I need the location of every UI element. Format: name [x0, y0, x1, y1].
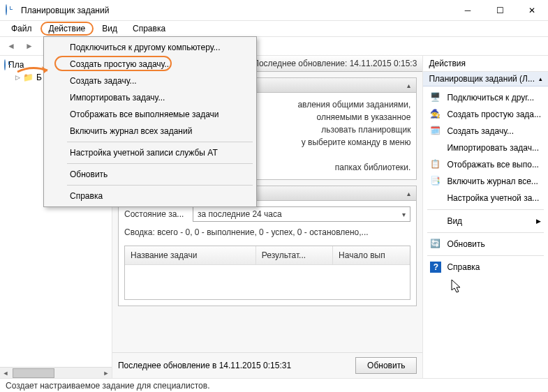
chevron-right-icon: ▶ — [536, 218, 541, 225]
action-view[interactable]: Вид▶ — [426, 213, 545, 229]
actions-title: Действия — [423, 56, 548, 72]
col-start[interactable]: Начало вып — [333, 246, 410, 264]
scroll-right-icon[interactable]: ► — [101, 368, 112, 379]
blank-icon — [430, 193, 441, 204]
time-range-combo[interactable]: за последние 24 часа — [193, 206, 410, 222]
menu-connect[interactable]: Подключиться к другому компьютеру... — [46, 39, 254, 56]
app-icon — [6, 5, 17, 16]
center-header-text: (Последнее обновление: 14.11.2015 0:15:3 — [250, 59, 417, 68]
tree-scrollbar[interactable]: ◄ ► — [0, 367, 112, 378]
minimize-button[interactable]: ─ — [452, 0, 484, 21]
menu-action[interactable]: Действие — [40, 22, 94, 36]
actions-pane: Действия Планировщик заданий (Л... ▴ 🖥️П… — [422, 56, 548, 378]
statusbar: Создает настраиваемое задание для специа… — [0, 378, 548, 392]
maximize-button[interactable]: ☐ — [484, 0, 516, 21]
menu-show-running[interactable]: Отображать все выполняемые задачи — [46, 106, 254, 123]
back-button[interactable]: ◄ — [4, 39, 18, 53]
action-show-running[interactable]: 📋Отображать все выпо... — [426, 156, 545, 173]
menu-enable-log[interactable]: Включить журнал всех заданий — [46, 123, 254, 140]
wizard-icon: 🧙 — [430, 109, 441, 120]
status-text: Создает настраиваемое задание для специа… — [6, 381, 210, 391]
menu-file[interactable]: Файл — [4, 22, 39, 35]
close-button[interactable]: ✕ — [516, 0, 548, 21]
menu-help[interactable]: Справка — [46, 188, 254, 204]
scroll-left-icon[interactable]: ◄ — [0, 368, 11, 379]
menu-at-config[interactable]: Настройка учетной записи службы AT — [46, 144, 254, 161]
task-list[interactable]: Название задачи Результат... Начало вып — [124, 246, 410, 300]
state-label: Состояние за... — [124, 208, 187, 220]
highlight-arrow-icon — [14, 61, 56, 82]
menu-import[interactable]: Импортировать задачу... — [46, 89, 254, 106]
task-icon: 🗓️ — [430, 126, 441, 137]
scroll-thumb[interactable] — [13, 368, 54, 378]
action-enable-log[interactable]: 📑Включить журнал все... — [426, 173, 545, 190]
actions-subtitle[interactable]: Планировщик заданий (Л... ▴ — [423, 72, 548, 86]
forward-button[interactable]: ► — [22, 39, 36, 53]
summary-text: Сводка: всего - 0, 0 - выполнение, 0 - у… — [124, 226, 410, 239]
collapse-icon[interactable]: ▴ — [407, 82, 410, 89]
last-update-text: Последнее обновление в 14.11.2015 0:15:3… — [118, 361, 350, 370]
clock-icon — [4, 60, 6, 70]
menu-refresh[interactable]: Обновить — [46, 166, 254, 183]
menu-create[interactable]: Создать задачу... — [46, 73, 254, 89]
titlebar: Планировщик заданий ─ ☐ ✕ — [0, 0, 548, 21]
menubar: Файл Действие Вид Справка — [0, 21, 548, 36]
col-name[interactable]: Название задачи — [125, 246, 256, 264]
menu-create-basic[interactable]: Создать простую задачу... — [46, 56, 254, 73]
blank-icon — [430, 216, 441, 227]
computer-icon: 🖥️ — [430, 92, 441, 103]
action-import[interactable]: Импортировать задач... — [426, 140, 545, 156]
action-create-basic[interactable]: 🧙Создать простую зада... — [426, 106, 545, 123]
col-result[interactable]: Результат... — [256, 246, 333, 264]
action-at-config[interactable]: Настройка учетной за... — [426, 190, 545, 206]
menu-help[interactable]: Справка — [126, 22, 172, 35]
refresh-button[interactable]: Обновить — [355, 357, 417, 374]
action-connect[interactable]: 🖥️Подключиться к друг... — [426, 89, 545, 106]
import-icon — [430, 142, 441, 153]
refresh-icon: 🔄 — [430, 239, 441, 250]
action-menu-dropdown: Подключиться к другому компьютеру... Соз… — [43, 36, 257, 207]
action-refresh[interactable]: 🔄Обновить — [426, 236, 545, 252]
center-footer: Последнее обновление в 14.11.2015 0:15:3… — [112, 352, 422, 378]
log-icon: 📑 — [430, 176, 441, 187]
collapse-icon[interactable]: ▴ — [407, 190, 410, 197]
list-icon: 📋 — [430, 159, 441, 170]
window-title: Планировщик заданий — [21, 6, 452, 15]
action-create[interactable]: 🗓️Создать задачу... — [426, 123, 545, 140]
menu-view[interactable]: Вид — [95, 22, 124, 35]
action-help[interactable]: ?Справка — [426, 259, 545, 276]
combo-value: за последние 24 часа — [198, 208, 282, 220]
chevron-up-icon[interactable]: ▴ — [539, 75, 542, 82]
help-icon: ? — [430, 262, 441, 273]
